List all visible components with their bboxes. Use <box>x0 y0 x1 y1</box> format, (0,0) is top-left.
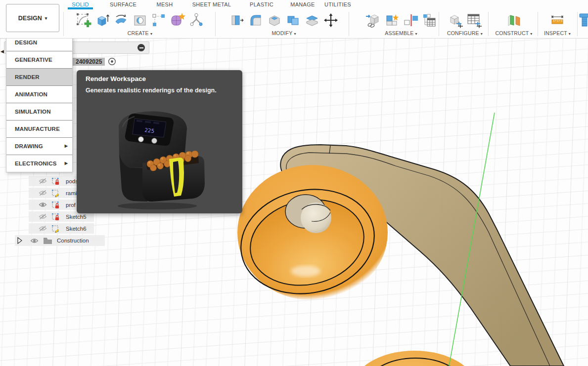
sketch-locked-icon <box>51 213 59 221</box>
browser-row-label: pods <box>66 178 77 184</box>
activate-component-radio-icon[interactable] <box>108 57 116 66</box>
browser-row-pods[interactable]: pods <box>29 176 77 186</box>
chevron-down-icon: ▾ <box>294 32 296 36</box>
menu-item-electronics[interactable]: ELECTRONICS▶ <box>6 155 72 172</box>
toolbar-divider <box>538 12 538 36</box>
browser-row-label: rami <box>66 190 77 196</box>
chevron-down-icon: ▾ <box>530 32 532 36</box>
menu-item-manufacture[interactable]: MANUFACTURE <box>6 121 72 137</box>
workspace-switcher-button[interactable]: DESIGN ▾ <box>6 4 59 32</box>
tab-sheet-metal[interactable]: SHEET METAL <box>191 0 232 9</box>
assemble-menu-label[interactable]: ASSEMBLE ▾ <box>385 30 417 36</box>
browser-row-label: Construction <box>57 238 89 244</box>
visibility-hidden-icon[interactable] <box>39 178 47 184</box>
menu-item-animation[interactable]: ANIMATION <box>6 86 72 103</box>
toolbar-divider <box>488 12 489 36</box>
expand-arrow-icon[interactable] <box>17 237 22 244</box>
derive-icon[interactable] <box>187 11 205 30</box>
browser-row-rami[interactable]: rami <box>29 188 77 198</box>
joint-icon[interactable] <box>383 11 401 30</box>
submenu-arrow-icon: ▶ <box>65 155 68 172</box>
document-name: 24092025 <box>73 58 105 66</box>
browser-row-label: Sketch5 <box>66 214 87 220</box>
modify-menu-label[interactable]: MODIFY ▾ <box>271 30 296 36</box>
move-copy-icon[interactable] <box>322 11 340 30</box>
active-tab-underline <box>68 7 93 9</box>
chevron-down-icon: ▾ <box>415 32 417 36</box>
tab-manage[interactable]: MANAGE <box>290 0 316 9</box>
render-workspace-tooltip: Render Workspace Generates realistic ren… <box>77 70 242 213</box>
workspace-menu: DESIGN GENERATIVE DESIGN RENDER ANIMATIO… <box>6 34 73 172</box>
hole-icon[interactable] <box>131 11 149 30</box>
fusion-window: SOLID SURFACE MESH SHEET METAL PLASTIC M… <box>0 0 588 366</box>
split-body-icon[interactable] <box>303 11 321 30</box>
chevron-down-icon: ▾ <box>150 32 152 36</box>
insert-bolt-icon[interactable] <box>578 11 588 30</box>
toolbar-group-configure: CONFIGURE ▾ <box>444 11 486 36</box>
construct-menu-label[interactable]: CONSTRUCT ▾ <box>496 30 533 36</box>
folder-icon <box>43 237 52 244</box>
chevron-down-icon: ▾ <box>481 32 483 36</box>
browser-row-label: Sketch6 <box>66 226 87 232</box>
toolbar-divider <box>577 12 578 36</box>
menu-item-drawing[interactable]: DRAWING▶ <box>6 138 72 155</box>
create-sketch-icon[interactable] <box>75 11 92 30</box>
component-table-icon[interactable] <box>420 11 438 30</box>
press-pull-icon[interactable] <box>228 11 246 30</box>
configure-menu-label[interactable]: CONFIGURE ▾ <box>447 30 483 36</box>
sketch-editable-icon <box>51 225 59 233</box>
visibility-visible-icon[interactable] <box>30 238 39 244</box>
configuration-table-icon[interactable] <box>465 11 483 30</box>
toolbar-divider <box>349 12 349 36</box>
menu-item-render[interactable]: RENDER <box>6 69 72 85</box>
browser-collapse-icon[interactable]: ◀ <box>0 49 4 54</box>
construction-plane-icon[interactable] <box>505 11 523 30</box>
chevron-down-icon: ▾ <box>45 16 47 21</box>
visibility-hidden-icon[interactable] <box>39 225 47 232</box>
inspect-menu-label[interactable]: INSPECT ▾ <box>544 30 571 36</box>
tooltip-description: Generates realistic renderings of the de… <box>77 82 242 94</box>
chevron-down-icon: ▾ <box>569 32 571 36</box>
toolbar-group-insert <box>580 11 588 30</box>
new-component-icon[interactable] <box>364 11 382 30</box>
tab-mesh[interactable]: MESH <box>153 0 176 9</box>
sketch-editable-icon <box>51 189 59 197</box>
toolbar-divider <box>63 12 64 36</box>
render-preview-image: 225 <box>99 105 220 211</box>
toolbar-group-construct: CONSTRUCT ▾ <box>494 11 534 36</box>
visibility-hidden-icon[interactable] <box>39 213 47 220</box>
document-root-row[interactable]: 24092025 <box>73 57 116 66</box>
browser-row-prof[interactable]: prof <box>29 200 77 210</box>
shell-icon[interactable] <box>266 11 283 30</box>
revolve-icon[interactable] <box>112 11 130 30</box>
sketch-locked-icon <box>51 201 59 209</box>
browser-row-construction[interactable]: Construction <box>15 235 105 246</box>
toolbar-divider <box>215 12 216 36</box>
visibility-visible-icon[interactable] <box>39 202 47 208</box>
toolbar-group-create: CREATE ▾ <box>67 11 213 36</box>
configuration-icon[interactable] <box>447 11 464 30</box>
create-form-icon[interactable] <box>169 11 186 30</box>
sketch-locked-icon <box>51 177 59 185</box>
browser-row-label: prof <box>66 202 76 208</box>
extrude-icon[interactable] <box>93 11 111 30</box>
fillet-icon[interactable] <box>247 11 265 30</box>
tab-plastic[interactable]: PLASTIC <box>248 0 275 9</box>
remove-filter-icon[interactable] <box>137 44 145 51</box>
as-built-joint-icon[interactable] <box>402 11 419 30</box>
tooltip-title: Render Workspace <box>77 70 242 82</box>
menu-item-generative-design[interactable]: GENERATIVE DESIGN <box>6 51 72 68</box>
combine-icon[interactable] <box>284 11 302 30</box>
submenu-arrow-icon: ▶ <box>65 138 68 155</box>
browser-row-sketch6[interactable]: Sketch6 <box>29 223 94 234</box>
visibility-hidden-icon[interactable] <box>39 190 47 196</box>
preview-display-digits: 225 <box>144 127 155 134</box>
tab-surface[interactable]: SURFACE <box>106 0 140 9</box>
menu-item-simulation[interactable]: SIMULATION <box>6 103 72 120</box>
tab-utilities[interactable]: UTILITIES <box>323 0 352 9</box>
measure-icon[interactable] <box>548 11 566 30</box>
toolbar-group-inspect: INSPECT ▾ <box>540 11 575 36</box>
toolbar-divider <box>439 12 439 36</box>
rectangular-pattern-icon[interactable] <box>150 11 168 30</box>
create-menu-label[interactable]: CREATE ▾ <box>128 30 152 36</box>
